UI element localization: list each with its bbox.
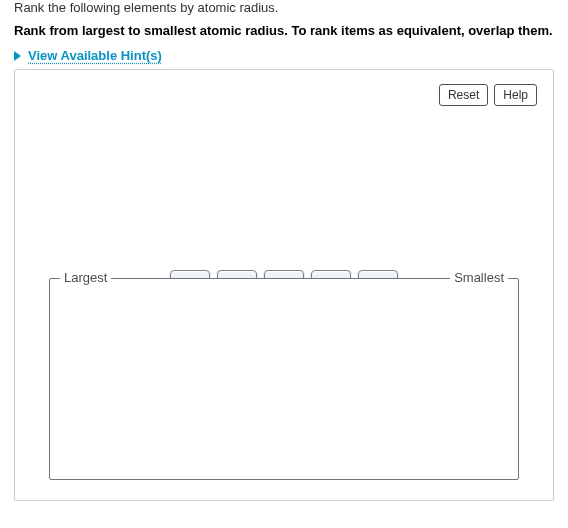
ranking-panel: Reset Help P Ar Al Na Cl Largest Smalles… xyxy=(14,69,554,501)
dropzone-label-largest: Largest xyxy=(60,270,111,285)
question-line-1: Rank the following elements by atomic ra… xyxy=(14,0,554,15)
reset-button[interactable]: Reset xyxy=(439,84,488,106)
caret-right-icon xyxy=(14,51,21,61)
ranking-dropzone[interactable]: Largest Smallest xyxy=(49,278,519,480)
view-hints-link[interactable]: View Available Hint(s) xyxy=(14,48,554,63)
dropzone-label-smallest: Smallest xyxy=(450,270,508,285)
help-button[interactable]: Help xyxy=(494,84,537,106)
panel-toolbar: Reset Help xyxy=(439,84,537,106)
view-hints-label: View Available Hint(s) xyxy=(28,48,162,63)
question-line-2: Rank from largest to smallest atomic rad… xyxy=(14,23,554,38)
